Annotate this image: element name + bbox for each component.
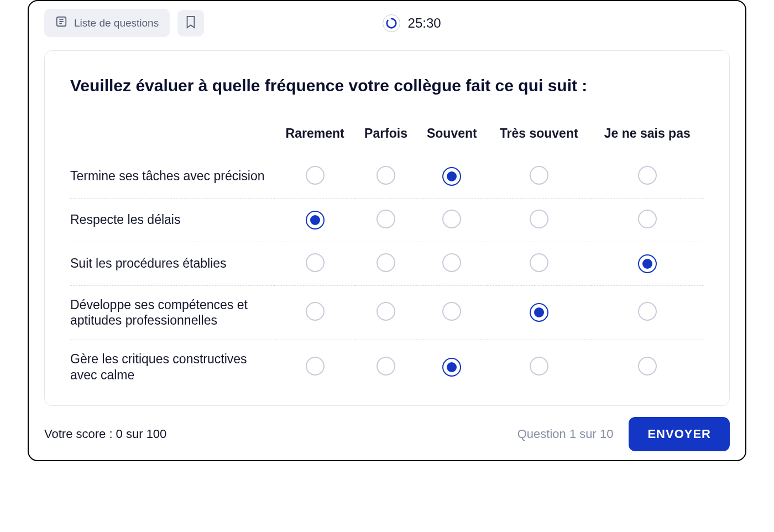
question-title: Veuillez évaluer à quelle fréquence votr… xyxy=(70,76,704,95)
radio-option[interactable] xyxy=(306,302,325,321)
radio-option[interactable] xyxy=(530,357,548,375)
radio-cell xyxy=(355,155,417,199)
question-list-button[interactable]: Liste de questions xyxy=(44,9,170,37)
radio-option[interactable] xyxy=(306,211,325,230)
score-text: Votre score : 0 sur 100 xyxy=(44,427,166,441)
radio-option[interactable] xyxy=(376,357,395,375)
radio-cell xyxy=(417,198,487,242)
column-header: Souvent xyxy=(417,121,487,155)
radio-cell xyxy=(487,340,591,394)
radio-cell xyxy=(275,155,355,199)
radio-option[interactable] xyxy=(638,166,657,185)
radio-cell xyxy=(355,198,417,242)
column-header: Je ne sais pas xyxy=(591,121,704,155)
radio-cell xyxy=(417,340,487,394)
bookmark-icon xyxy=(185,15,197,31)
top-bar: Liste de questions 25:30 xyxy=(29,1,745,37)
radio-option[interactable] xyxy=(306,357,325,375)
radio-option[interactable] xyxy=(530,253,548,272)
row-label: Respecte les délais xyxy=(70,198,275,242)
app-container: Liste de questions 25:30 Veuillez évalue… xyxy=(28,0,746,461)
radio-option[interactable] xyxy=(530,166,548,185)
row-label: Gère les critiques constructives avec ca… xyxy=(70,340,275,394)
radio-cell xyxy=(355,242,417,285)
row-label: Développe ses compétences et aptitudes p… xyxy=(70,285,275,340)
radio-cell xyxy=(591,155,704,199)
radio-cell xyxy=(487,242,591,285)
radio-option[interactable] xyxy=(376,302,395,321)
radio-option[interactable] xyxy=(442,167,461,186)
table-row: Développe ses compétences et aptitudes p… xyxy=(70,285,704,340)
radio-option[interactable] xyxy=(442,210,461,228)
radio-cell xyxy=(355,340,417,394)
radio-cell xyxy=(275,198,355,242)
radio-option[interactable] xyxy=(376,166,395,185)
radio-cell xyxy=(591,340,704,394)
radio-cell xyxy=(355,285,417,340)
radio-cell xyxy=(417,242,487,285)
radio-cell xyxy=(275,285,355,340)
radio-cell xyxy=(591,242,704,285)
radio-option[interactable] xyxy=(530,210,548,228)
radio-option[interactable] xyxy=(530,303,548,322)
column-header: Parfois xyxy=(355,121,417,155)
table-row: Gère les critiques constructives avec ca… xyxy=(70,340,704,394)
radio-option[interactable] xyxy=(638,302,657,321)
list-icon xyxy=(55,15,67,30)
submit-button[interactable]: ENVOYER xyxy=(629,417,730,451)
header-row: Rarement Parfois Souvent Très souvent Je… xyxy=(70,121,704,155)
radio-option[interactable] xyxy=(306,253,325,272)
radio-option[interactable] xyxy=(442,302,461,321)
radio-option[interactable] xyxy=(638,254,657,273)
radio-cell xyxy=(487,198,591,242)
radio-cell xyxy=(417,155,487,199)
radio-option[interactable] xyxy=(638,210,657,228)
table-row: Termine ses tâches avec précision xyxy=(70,155,704,199)
row-label: Suit les procédures établies xyxy=(70,242,275,285)
radio-cell xyxy=(275,242,355,285)
table-row: Suit les procédures établies xyxy=(70,242,704,285)
radio-cell xyxy=(591,198,704,242)
radio-cell xyxy=(487,285,591,340)
bottom-bar: Votre score : 0 sur 100 Question 1 sur 1… xyxy=(29,406,745,456)
radio-cell xyxy=(487,155,591,199)
table-row: Respecte les délais xyxy=(70,198,704,242)
radio-cell xyxy=(417,285,487,340)
question-card: Veuillez évaluer à quelle fréquence votr… xyxy=(44,50,730,406)
radio-option[interactable] xyxy=(442,358,461,377)
column-header: Très souvent xyxy=(487,121,591,155)
likert-matrix: Rarement Parfois Souvent Très souvent Je… xyxy=(70,121,704,394)
column-header: Rarement xyxy=(275,121,355,155)
radio-cell xyxy=(591,285,704,340)
timer-value: 25:30 xyxy=(408,15,441,31)
question-list-label: Liste de questions xyxy=(74,17,159,29)
radio-option[interactable] xyxy=(638,357,657,375)
bookmark-button[interactable] xyxy=(177,10,204,36)
svg-point-4 xyxy=(386,18,396,28)
radio-option[interactable] xyxy=(376,210,395,228)
row-label: Termine ses tâches avec précision xyxy=(70,155,275,199)
timer-icon xyxy=(383,14,400,32)
radio-cell xyxy=(275,340,355,394)
radio-option[interactable] xyxy=(442,253,461,272)
progress-text: Question 1 sur 10 xyxy=(517,427,614,441)
radio-option[interactable] xyxy=(306,166,325,185)
timer: 25:30 xyxy=(212,14,611,32)
radio-option[interactable] xyxy=(376,253,395,272)
